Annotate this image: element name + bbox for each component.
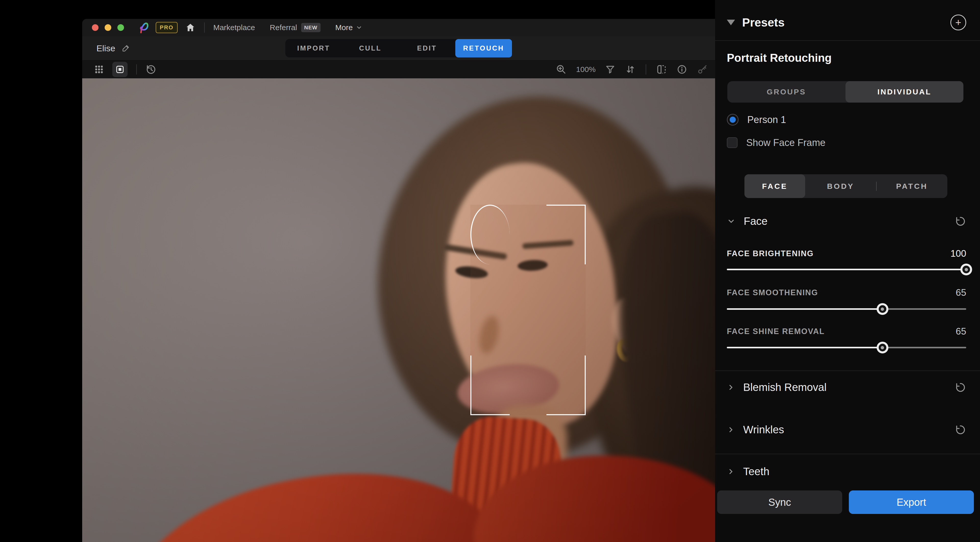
- face-shine-removal-slider[interactable]: [727, 347, 966, 348]
- reset-icon[interactable]: [955, 381, 966, 393]
- traffic-lights: [92, 24, 124, 31]
- app-root: PRO Marketplace Referral NEW More: [0, 0, 980, 542]
- grid-view-icon[interactable]: [94, 64, 105, 75]
- tab-face[interactable]: FACE: [745, 174, 805, 198]
- zoom-window-button[interactable]: [118, 24, 124, 31]
- tab-cull[interactable]: CULL: [342, 39, 399, 57]
- face-section-header[interactable]: Face: [727, 212, 966, 230]
- section-title: Blemish Removal: [743, 381, 946, 394]
- presets-header[interactable]: Presets +: [727, 12, 966, 33]
- nav-more[interactable]: More: [335, 23, 363, 32]
- info-icon[interactable]: [676, 64, 687, 75]
- filter-icon[interactable]: [605, 64, 616, 75]
- area-tabs: FACE BODY PATCH: [745, 174, 947, 198]
- checkbox-unchecked-icon[interactable]: [727, 137, 738, 148]
- slider-label: FACE SHINE REMOVAL: [727, 327, 956, 336]
- photo-vignette: [82, 78, 715, 542]
- project-name-group: Elise: [97, 36, 130, 60]
- titlebar-divider: [204, 22, 205, 33]
- slider-fill: [727, 347, 883, 348]
- slider-face-shine-removal: FACE SHINE REMOVAL 65: [727, 325, 966, 338]
- slider-fill: [727, 308, 883, 310]
- show-face-frame-row[interactable]: Show Face Frame: [727, 135, 966, 151]
- sync-button[interactable]: Sync: [717, 490, 842, 514]
- nav-referral[interactable]: Referral NEW: [270, 23, 321, 32]
- before-after-icon[interactable]: [656, 64, 667, 75]
- app-window: PRO Marketplace Referral NEW More: [82, 19, 715, 542]
- toolbar-divider: [136, 64, 137, 75]
- slider-face-smoothening: FACE SMOOTHENING 65: [727, 286, 966, 299]
- panel-divider: [715, 370, 980, 371]
- slider-value: 100: [950, 248, 966, 259]
- tab-individual[interactable]: INDIVIDUAL: [845, 81, 964, 103]
- add-preset-button[interactable]: +: [950, 14, 966, 30]
- export-button[interactable]: Export: [849, 490, 974, 514]
- toolbar-right-group: 100%: [555, 64, 708, 75]
- face-smoothening-slider[interactable]: [727, 308, 966, 310]
- person-radio-row[interactable]: Person 1: [727, 112, 966, 127]
- tab-retouch[interactable]: RETOUCH: [455, 39, 512, 57]
- top-nav: Marketplace Referral NEW More: [213, 23, 363, 32]
- single-view-button[interactable]: [112, 62, 127, 77]
- toolbar-divider-2: [646, 64, 646, 75]
- collapse-triangle-icon: [727, 20, 735, 25]
- chevron-right-icon: [727, 426, 735, 434]
- close-window-button[interactable]: [92, 24, 99, 31]
- face-frame-corner-bottom-left: [470, 356, 510, 415]
- reset-icon[interactable]: [955, 424, 966, 436]
- tab-patch[interactable]: PATCH: [877, 174, 948, 198]
- photo-canvas[interactable]: [82, 78, 715, 542]
- zoom-icon[interactable]: [555, 64, 567, 75]
- chevron-right-icon: [727, 467, 735, 476]
- new-badge: NEW: [301, 23, 321, 32]
- tab-edit[interactable]: EDIT: [399, 39, 455, 57]
- preset-name: Portrait Retouching: [727, 49, 966, 67]
- face-brightening-slider[interactable]: [727, 269, 966, 270]
- slider-label: FACE SMOOTHENING: [727, 288, 956, 297]
- slider-fill: [727, 269, 966, 270]
- nav-marketplace[interactable]: Marketplace: [213, 23, 255, 32]
- person-label: Person 1: [747, 114, 786, 125]
- chevron-right-icon: [727, 383, 735, 391]
- tab-import[interactable]: IMPORT: [285, 39, 342, 57]
- retouch-panel: Presets + Portrait Retouching GROUPS IND…: [715, 0, 980, 542]
- single-view-icon: [115, 65, 125, 74]
- app-logo-icon: [138, 21, 151, 34]
- face-frame-overlay[interactable]: [470, 205, 586, 415]
- sort-icon[interactable]: [625, 64, 636, 75]
- chevron-down-icon: [727, 217, 735, 226]
- titlebar: PRO Marketplace Referral NEW More: [82, 19, 715, 37]
- minimize-window-button[interactable]: [105, 24, 111, 31]
- slider-label: FACE BRIGHTENING: [727, 249, 950, 258]
- key-icon[interactable]: [697, 64, 708, 75]
- face-frame-corner-top-left: [470, 205, 510, 264]
- slider-value: 65: [956, 287, 966, 298]
- zoom-level[interactable]: 100%: [576, 65, 596, 74]
- wrinkles-section[interactable]: Wrinkles: [727, 420, 966, 439]
- project-row: Elise IMPORT CULL EDIT RETOUCH: [82, 36, 715, 60]
- project-name: Elise: [97, 43, 115, 53]
- slider-thumb[interactable]: [877, 303, 888, 315]
- blemish-removal-section[interactable]: Blemish Removal: [727, 378, 966, 397]
- chevron-down-icon: [356, 24, 363, 31]
- slider-face-brightening: FACE BRIGHTENING 100: [727, 247, 966, 260]
- presets-title: Presets: [742, 16, 943, 29]
- panel-divider: [715, 40, 980, 41]
- tab-groups[interactable]: GROUPS: [727, 81, 845, 103]
- teeth-section[interactable]: Teeth: [727, 462, 966, 481]
- edit-pencil-icon[interactable]: [121, 44, 130, 52]
- tab-body[interactable]: BODY: [805, 174, 876, 198]
- pro-badge: PRO: [156, 22, 178, 33]
- section-title: Wrinkles: [743, 424, 946, 436]
- slider-thumb[interactable]: [960, 264, 972, 275]
- radio-selected-icon[interactable]: [727, 114, 738, 126]
- history-icon[interactable]: [145, 64, 157, 75]
- slider-thumb[interactable]: [877, 342, 888, 353]
- home-icon[interactable]: [185, 22, 196, 33]
- face-frame-corner-bottom-right: [546, 356, 586, 415]
- mode-tabs: GROUPS INDIVIDUAL: [727, 81, 963, 103]
- show-face-frame-label: Show Face Frame: [746, 137, 825, 148]
- slider-value: 65: [956, 326, 966, 337]
- canvas-toolbar: 100%: [82, 60, 715, 79]
- reset-icon[interactable]: [955, 215, 966, 227]
